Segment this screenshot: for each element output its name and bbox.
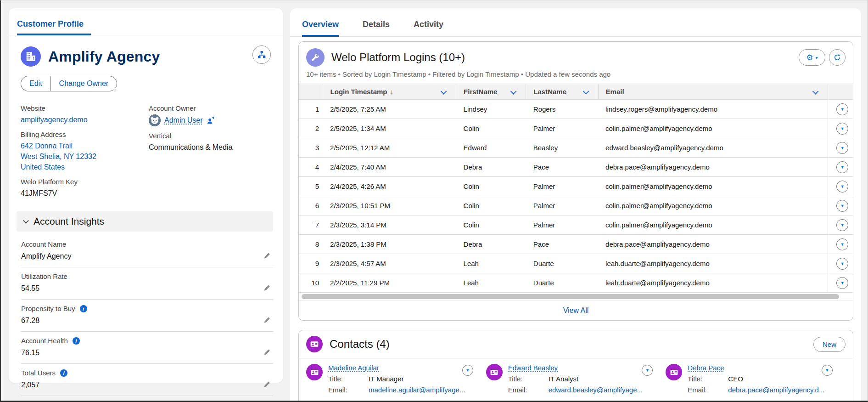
firstname-cell: Colin	[456, 119, 526, 138]
website-link[interactable]: amplifyagency.demo	[21, 116, 88, 124]
firstname-cell: Lindsey	[456, 100, 526, 119]
login-row: 9 2/3/2025, 4:57 AM Leah Duarte leah.dua…	[299, 254, 853, 273]
row-number: 4	[299, 158, 323, 177]
contact-email-link[interactable]: debra.pace@amplifyagency.d...	[728, 386, 824, 394]
row-actions-button[interactable]: ▼	[836, 200, 848, 212]
edit-button[interactable]: Edit	[21, 76, 50, 91]
column-header-label: Login Timestamp	[330, 88, 387, 96]
contacts-card-icon	[306, 336, 323, 352]
contact-email-label: Email:	[328, 386, 369, 394]
contact-name-link[interactable]: Debra Pace	[688, 364, 724, 372]
login-row: 1 2/5/2025, 7:25 AM Lindsey Rogers linds…	[299, 100, 853, 119]
billing-line-3[interactable]: United States	[21, 163, 65, 171]
column-header[interactable]: FirstName	[456, 84, 526, 100]
logins-card-meta: 10+ items • Sorted by Login Timestamp • …	[299, 68, 853, 84]
tab-activity[interactable]: Activity	[414, 20, 443, 35]
firstname-cell: Debra	[456, 158, 526, 177]
edit-pencil-icon[interactable]	[263, 316, 271, 326]
edit-pencil-icon[interactable]	[263, 251, 271, 261]
contact-actions-button[interactable]: ▼	[462, 365, 473, 376]
info-icon[interactable]: i	[73, 337, 80, 345]
owner-link[interactable]: Admin User	[164, 116, 203, 125]
contact-actions-button[interactable]: ▼	[642, 365, 653, 376]
column-header[interactable]: Email	[598, 84, 828, 100]
column-menu-chevron-icon[interactable]	[582, 88, 589, 94]
list-settings-button[interactable]: ⚙ ▾	[799, 49, 825, 66]
column-header-label: FirstName	[464, 88, 497, 96]
tab-overview[interactable]: Overview	[302, 20, 339, 37]
email-cell: edward.beasley@amplifyagency.demo	[598, 138, 828, 158]
tab-customer-profile[interactable]: Customer Profile	[17, 19, 91, 35]
change-owner-icon[interactable]	[207, 116, 215, 125]
logins-table-header: Login Timestamp ↓ FirstName LastName Ema…	[299, 84, 853, 100]
row-actions-button[interactable]: ▼	[836, 219, 848, 231]
column-header[interactable]: LastName	[526, 84, 598, 100]
billing-line-1[interactable]: 642 Donna Trail	[21, 142, 73, 150]
account-insights-section-header[interactable]: Account Insights	[17, 211, 273, 232]
edit-pencil-icon[interactable]	[263, 283, 271, 294]
refresh-button[interactable]	[829, 49, 846, 66]
contact-email-label: Email:	[688, 386, 728, 394]
email-cell: colin.palmer@amplifyagency.demo	[598, 177, 828, 196]
account-icon	[21, 46, 41, 67]
contact-email-link[interactable]: madeline.aguilar@amplifyage...	[369, 386, 465, 394]
tab-details[interactable]: Details	[363, 20, 390, 35]
row-actions-button[interactable]: ▼	[836, 258, 848, 270]
new-contact-button[interactable]: New	[813, 337, 846, 352]
contact-avatar-icon	[666, 364, 682, 380]
insight-field: Lifetime Valuei $2,469,076.04	[21, 396, 273, 402]
account-insights-title: Account Insights	[34, 216, 104, 227]
contact-email-link[interactable]: edward.beasley@amplifyage...	[549, 386, 643, 394]
refresh-icon	[833, 53, 841, 62]
row-actions-button[interactable]: ▼	[836, 161, 848, 173]
login-timestamp-cell: 2/5/2025, 12:12 AM	[323, 138, 456, 158]
change-owner-button[interactable]: Change Owner	[50, 76, 118, 91]
column-menu-chevron-icon[interactable]	[441, 88, 447, 94]
account-owner-label: Account Owner	[149, 104, 271, 112]
row-actions-button[interactable]: ▼	[836, 142, 848, 154]
info-icon[interactable]: i	[80, 305, 87, 312]
row-actions-button[interactable]: ▼	[836, 103, 848, 115]
scrollbar-thumb[interactable]	[302, 294, 839, 299]
login-row: 10 2/2/2025, 11:29 PM Leah Duarte leah.d…	[299, 273, 853, 293]
customer-profile-tabrow: Customer Profile	[9, 8, 283, 35]
contact-name-link[interactable]: Madeline Aguilar	[328, 364, 379, 372]
welo-platform-logins-card: Welo Platform Logins (10+) ⚙ ▾ 10+ items…	[298, 41, 853, 321]
contact-name-link[interactable]: Edward Beasley	[508, 364, 558, 372]
row-actions-button[interactable]: ▼	[836, 181, 848, 193]
email-cell: colin.palmer@amplifyagency.demo	[598, 196, 828, 215]
account-hierarchy-button[interactable]	[252, 45, 271, 64]
firstname-cell: Colin	[456, 215, 526, 235]
contact-tiles: Madeline Aguilar ▼ Title:IT Manager Emai…	[299, 358, 853, 394]
contact-actions-button[interactable]: ▼	[822, 365, 833, 376]
account-header: Amplify Agency	[9, 35, 283, 67]
login-timestamp-cell: 2/4/2025, 7:40 AM	[323, 158, 456, 177]
login-timestamp-cell: 2/5/2025, 7:25 AM	[323, 100, 456, 119]
contact-title-label: Title:	[688, 375, 728, 383]
row-actions-button[interactable]: ▼	[836, 238, 848, 250]
info-icon[interactable]: i	[60, 369, 67, 377]
lastname-cell: Beasley	[526, 138, 598, 158]
actions-column-header	[828, 84, 853, 100]
record-tabs: OverviewDetailsActivity	[290, 8, 861, 37]
row-actions-button[interactable]: ▼	[836, 277, 848, 289]
insight-field-value: Amplify Agency	[21, 251, 273, 261]
view-all-link[interactable]: View All	[563, 306, 589, 315]
contact-title-value: IT Manager	[369, 375, 403, 383]
hierarchy-icon	[257, 50, 266, 59]
insight-field-value: 54.55	[21, 283, 273, 294]
contact-title-value: CEO	[728, 375, 743, 383]
column-header[interactable]: Login Timestamp ↓	[323, 84, 456, 100]
account-owner-field: Account Owner Admin User	[149, 104, 271, 126]
insight-field: Account Healthi 76.15	[21, 332, 273, 364]
login-timestamp-cell: 2/3/2025, 10:51 PM	[323, 196, 456, 215]
edit-pencil-icon[interactable]	[263, 348, 271, 358]
column-menu-chevron-icon[interactable]	[510, 88, 517, 94]
chevron-down-icon	[23, 218, 29, 224]
edit-pencil-icon[interactable]	[263, 380, 271, 390]
row-number: 7	[299, 215, 323, 235]
billing-line-2[interactable]: West Shelia, NY 12332	[21, 153, 96, 160]
sort-descending-icon: ↓	[390, 88, 393, 96]
column-menu-chevron-icon[interactable]	[812, 88, 819, 94]
row-actions-button[interactable]: ▼	[836, 123, 848, 135]
